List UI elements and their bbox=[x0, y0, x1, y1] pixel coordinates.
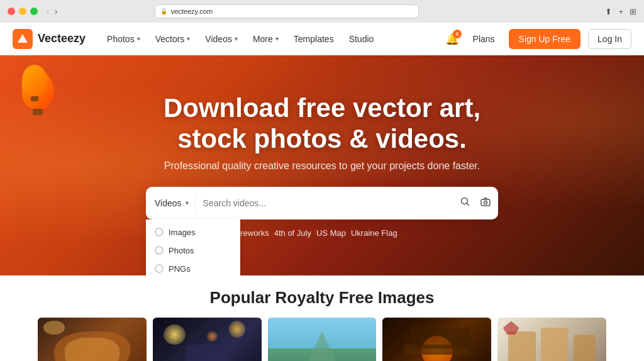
camera-search-button[interactable] bbox=[475, 192, 496, 214]
logo[interactable]: Vecteezy bbox=[13, 29, 86, 49]
dropdown-item-images[interactable]: Images bbox=[146, 223, 240, 242]
chevron-down-icon: ▾ bbox=[137, 35, 140, 42]
dropdown-label-images: Images bbox=[169, 228, 196, 237]
dropdown-label-photos: Photos bbox=[169, 246, 194, 255]
image-card-1[interactable] bbox=[38, 318, 147, 361]
radio-images bbox=[155, 228, 164, 236]
camera-icon bbox=[480, 197, 491, 207]
traffic-lights bbox=[8, 8, 38, 15]
url-text: vecteezy.com bbox=[171, 8, 213, 15]
trending-tag-ukraine-flag[interactable]: Ukraine Flag bbox=[351, 228, 397, 238]
titlebar: ‹ › 🔒 vecteezy.com ⬆ + ⊞ bbox=[0, 0, 644, 23]
search-dropdown-menu: Images Photos PNGs Vectors bbox=[146, 219, 240, 275]
trending-tag-4th-of-july[interactable]: 4th of July bbox=[274, 228, 311, 238]
url-bar[interactable]: 🔒 vecteezy.com bbox=[155, 4, 419, 18]
titlebar-actions: ⬆ + ⊞ bbox=[605, 7, 636, 16]
image-card-2[interactable] bbox=[153, 318, 262, 361]
image-grid: Free bbox=[38, 318, 606, 361]
search-button[interactable] bbox=[455, 192, 475, 214]
nav-templates-label: Templates bbox=[294, 34, 334, 44]
image-card-5[interactable] bbox=[497, 318, 606, 361]
svg-point-4 bbox=[484, 201, 487, 204]
hero-content: Download free vector art, stock photos &… bbox=[133, 93, 511, 238]
svg-point-1 bbox=[462, 197, 468, 204]
signup-button[interactable]: Sign Up Free bbox=[509, 29, 580, 49]
minimize-button[interactable] bbox=[19, 8, 26, 15]
dropdown-item-photos[interactable]: Photos bbox=[146, 242, 240, 260]
search-input[interactable] bbox=[198, 198, 455, 208]
image-preview-5 bbox=[497, 318, 606, 361]
hero-title: Download free vector art, stock photos &… bbox=[146, 93, 498, 154]
image-card-4[interactable] bbox=[382, 318, 491, 361]
maximize-button[interactable] bbox=[30, 8, 38, 15]
search-type-label: Videos bbox=[155, 198, 182, 208]
nav-videos[interactable]: Videos ▾ bbox=[199, 30, 244, 48]
chevron-down-icon: ▾ bbox=[235, 35, 238, 42]
search-icon bbox=[460, 197, 470, 207]
logo-icon bbox=[13, 29, 33, 49]
forward-arrow[interactable]: › bbox=[53, 6, 59, 16]
nav-more-label: More bbox=[253, 34, 273, 44]
nav-templates[interactable]: Templates bbox=[287, 30, 340, 48]
nav-photos[interactable]: Photos ▾ bbox=[101, 30, 147, 48]
close-button[interactable] bbox=[8, 8, 15, 15]
nav-vectors[interactable]: Vectors ▾ bbox=[149, 30, 197, 48]
plans-button[interactable]: Plans bbox=[467, 30, 501, 48]
hero-title-line1: Download free vector art, bbox=[164, 93, 480, 123]
chevron-down-icon: ▾ bbox=[275, 35, 279, 42]
svg-rect-3 bbox=[481, 199, 490, 206]
nav-studio[interactable]: Studio bbox=[343, 30, 380, 48]
back-arrow[interactable]: ‹ bbox=[45, 6, 51, 16]
image-preview-2 bbox=[153, 318, 262, 361]
nav-links: Photos ▾ Vectors ▾ Videos ▾ More ▾ Templ… bbox=[101, 30, 445, 48]
dropdown-chevron-icon: ▾ bbox=[186, 199, 189, 206]
logo-text: Vecteezy bbox=[38, 32, 86, 45]
notification-badge: 4 bbox=[453, 30, 462, 38]
image-preview-3 bbox=[268, 318, 377, 361]
search-top: Videos ▾ bbox=[146, 187, 498, 219]
hero-subtitle: Professional quality creative resources … bbox=[146, 160, 498, 172]
balloon-decoration-right bbox=[19, 65, 50, 115]
radio-photos bbox=[155, 246, 164, 255]
search-type-dropdown[interactable]: Videos ▾ bbox=[148, 194, 196, 212]
share-icon[interactable]: ⬆ bbox=[605, 7, 612, 16]
radio-pngs bbox=[155, 264, 164, 273]
search-container: Videos ▾ bbox=[146, 187, 498, 219]
popular-title: Popular Royalty Free Images bbox=[38, 288, 606, 308]
trending-tag-us-map[interactable]: US Map bbox=[316, 228, 346, 238]
nav-arrows: ‹ › bbox=[45, 6, 58, 16]
add-tab-icon[interactable]: + bbox=[618, 7, 623, 16]
logo-svg bbox=[16, 33, 29, 45]
nav-more[interactable]: More ▾ bbox=[247, 30, 285, 48]
nav-videos-label: Videos bbox=[205, 34, 232, 44]
chevron-down-icon: ▾ bbox=[187, 35, 190, 42]
image-card-3[interactable]: Free bbox=[268, 318, 377, 361]
nav-vectors-label: Vectors bbox=[155, 34, 185, 44]
login-button[interactable]: Log In bbox=[588, 29, 631, 49]
nav-studio-label: Studio bbox=[349, 34, 374, 44]
dropdown-item-pngs[interactable]: PNGs bbox=[146, 260, 240, 275]
nav-right: 🔔 4 Plans Sign Up Free Log In bbox=[445, 29, 631, 49]
navbar: Vecteezy Photos ▾ Vectors ▾ Videos ▾ Mor… bbox=[0, 23, 644, 55]
svg-marker-0 bbox=[18, 34, 28, 43]
dropdown-label-pngs: PNGs bbox=[169, 264, 191, 274]
hero-section: Download free vector art, stock photos &… bbox=[0, 55, 644, 275]
lock-icon: 🔒 bbox=[160, 8, 167, 14]
nav-photos-label: Photos bbox=[107, 34, 135, 44]
notification-bell[interactable]: 🔔 4 bbox=[445, 32, 459, 46]
grid-icon[interactable]: ⊞ bbox=[630, 7, 636, 16]
popular-section: Popular Royalty Free Images Free bbox=[0, 275, 644, 361]
image-preview-1 bbox=[38, 318, 147, 361]
svg-line-2 bbox=[467, 203, 470, 206]
hero-title-line2: stock photos & videos. bbox=[177, 124, 467, 153]
image-preview-4 bbox=[382, 318, 491, 361]
